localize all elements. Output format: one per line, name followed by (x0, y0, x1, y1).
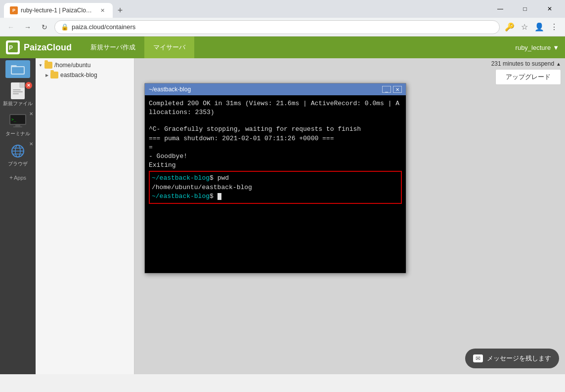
terminal-output-3: /home/ubuntu/eastback-blog (152, 183, 399, 192)
new-file-label: 新規ファイル (3, 100, 33, 107)
terminal-window: ~/eastback-blog _ ✕ Completed 200 OK in … (144, 83, 406, 274)
toolbar-icons: 🔑 ☆ 👤 ⋮ (503, 20, 561, 34)
main-content: ✕ 新規ファイル >_ ✕ ターミナル (0, 58, 565, 374)
sidebar: ✕ 新規ファイル >_ ✕ ターミナル (0, 58, 36, 374)
file-tree-home[interactable]: ▼ /home/ubuntu (36, 60, 134, 70)
address-bar: ← → ↻ 🔒 paiza.cloud/containers 🔑 ☆ 👤 ⋮ (0, 18, 565, 37)
new-file-icon-area: ✕ (8, 83, 27, 99)
back-button[interactable]: ← (4, 20, 18, 34)
tab-title: ruby-lecture-1 | PaizaCloud - Ins (21, 7, 95, 14)
chat-bubble[interactable]: ✉ メッセージを残します (465, 349, 559, 368)
browser-label: ブラウザ (8, 160, 28, 167)
paiza-logo-icon: P (6, 40, 20, 54)
svg-rect-8 (13, 91, 23, 92)
browser-icon-area (8, 143, 27, 159)
terminal-minimize-button[interactable]: _ (382, 86, 391, 93)
maximize-button[interactable]: □ (514, 0, 536, 18)
sidebar-item-browser[interactable]: ✕ ブラウザ (1, 140, 34, 170)
url-text: paiza.cloud/containers (72, 23, 493, 31)
add-apps-plus: + (9, 174, 13, 181)
terminal-body[interactable]: Completed 200 OK in 31ms (Views: 21.6ms … (145, 95, 406, 273)
terminal-cursor (217, 193, 221, 200)
terminal-close-icon[interactable]: ✕ (29, 111, 33, 117)
svg-rect-13 (13, 126, 22, 127)
prompt-suffix: $ (210, 193, 217, 200)
terminal-label: ターミナル (5, 130, 30, 137)
paiza-logo: P PaizaCloud (6, 40, 72, 54)
chat-label: メッセージを残します (487, 354, 551, 363)
add-apps-button[interactable]: + Apps (6, 172, 29, 183)
user-dropdown-icon: ▼ (553, 44, 559, 51)
sidebar-item-new-file[interactable]: ✕ 新規ファイル (1, 80, 34, 110)
svg-rect-3 (11, 65, 17, 67)
bookmark-icon[interactable]: ☆ (518, 20, 531, 34)
svg-rect-6 (20, 82, 25, 87)
file-tree-eastback-blog[interactable]: ▶ eastback-blog (36, 70, 134, 80)
terminal-output-2: ^C- Gracefully stopping, waiting for req… (149, 125, 402, 170)
url-bar[interactable]: 🔒 paiza.cloud/containers (54, 20, 500, 34)
svg-text:P: P (9, 44, 13, 51)
minimize-button[interactable]: — (489, 0, 512, 18)
home-folder-label: /home/ubuntu (54, 62, 90, 69)
tab-favicon: P (10, 6, 18, 14)
svg-rect-7 (13, 89, 21, 90)
my-server-button[interactable]: マイサーバ (144, 37, 194, 58)
browser-close-icon[interactable]: ✕ (29, 141, 33, 147)
expand-triangle-sub: ▶ (45, 73, 48, 78)
reload-button[interactable]: ↻ (38, 20, 51, 34)
file-tree-panel: ▼ /home/ubuntu ▶ eastback-blog (36, 58, 134, 374)
window-controls: — □ ✕ (489, 0, 561, 18)
key-icon[interactable]: 🔑 (503, 20, 517, 34)
sidebar-folder-button[interactable] (5, 60, 30, 78)
user-label: ruby_lecture (516, 44, 551, 51)
blog-folder-label: eastback-blog (60, 72, 97, 78)
forward-button[interactable]: → (21, 20, 35, 34)
home-folder-icon (44, 62, 52, 69)
svg-rect-4 (12, 67, 24, 74)
top-right-panel: 231 minutes to suspend ▲ アップグレード (491, 60, 561, 85)
menu-icon[interactable]: ⋮ (547, 20, 561, 34)
paiza-logo-text: PaizaCloud (24, 42, 72, 53)
cmd1-text: $ pwd (210, 174, 229, 182)
new-tab-button[interactable]: + (113, 3, 128, 18)
terminal-prompt-line: ~/eastback-blog$ (152, 192, 399, 201)
sidebar-item-terminal[interactable]: >_ ✕ ターミナル (1, 110, 34, 140)
svg-rect-9 (13, 93, 19, 94)
terminal-icon-area: >_ (8, 113, 27, 129)
prompt-cyan-1: ~/eastback-blog (152, 174, 210, 182)
close-button[interactable]: ✕ (538, 0, 561, 18)
profile-icon[interactable]: 👤 (532, 20, 546, 34)
browser-tab[interactable]: P ruby-lecture-1 | PaizaCloud - Ins ✕ (4, 3, 113, 18)
terminal-close-btn[interactable]: ✕ (393, 86, 402, 93)
paiza-navbar: P PaizaCloud 新規サーバ作成 マイサーバ ruby_lecture … (0, 37, 565, 58)
terminal-titlebar: ~/eastback-blog _ ✕ (145, 83, 406, 95)
tab-close-button[interactable]: ✕ (98, 6, 107, 15)
terminal-cmd-line: ~/eastback-blog$ pwd (152, 174, 399, 183)
upgrade-button[interactable]: アップグレード (495, 69, 561, 85)
terminal-title-text: ~/eastback-blog (149, 86, 380, 93)
svg-rect-12 (15, 125, 20, 126)
suspend-timer: 231 minutes to suspend (491, 60, 554, 67)
browser-title-bar: P ruby-lecture-1 | PaizaCloud - Ins ✕ + … (0, 0, 565, 18)
lock-icon: 🔒 (61, 23, 69, 31)
terminal-output-1: Completed 200 OK in 31ms (Views: 21.6ms … (149, 99, 402, 117)
terminal-highlight-section: ~/eastback-blog$ pwd /home/ubuntu/eastba… (149, 171, 402, 204)
svg-text:>_: >_ (11, 118, 16, 122)
envelope-symbol: ✉ (476, 355, 480, 362)
new-server-button[interactable]: 新規サーバ作成 (82, 37, 144, 58)
prompt-cyan-2: ~/eastback-blog (152, 193, 210, 200)
timer-arrow-icon: ▲ (556, 61, 561, 67)
blog-folder-icon (50, 72, 58, 78)
envelope-icon: ✉ (473, 354, 483, 362)
expand-triangle: ▼ (39, 63, 43, 68)
user-menu[interactable]: ruby_lecture ▼ (516, 44, 559, 51)
apps-label: Apps (14, 175, 26, 181)
content-area: 231 minutes to suspend ▲ アップグレード ~/eastb… (134, 58, 565, 374)
